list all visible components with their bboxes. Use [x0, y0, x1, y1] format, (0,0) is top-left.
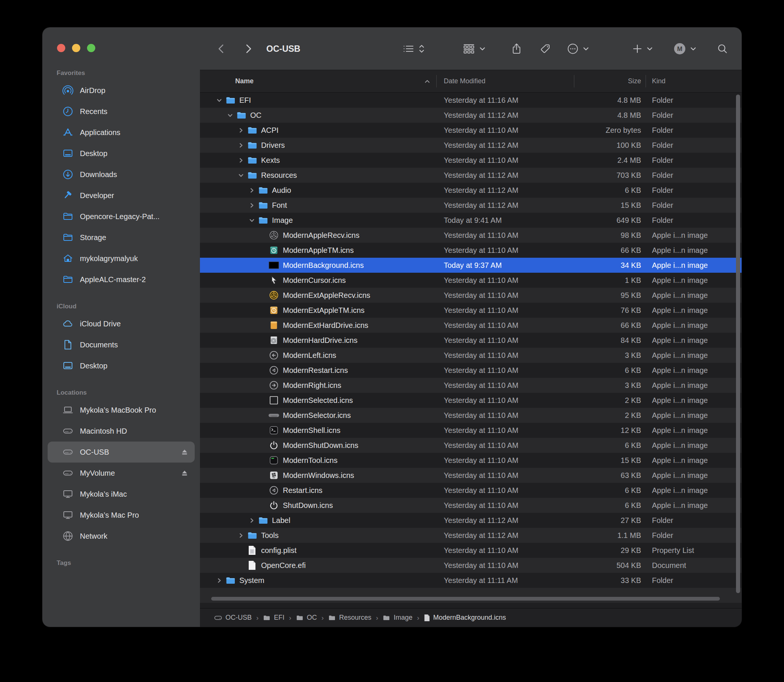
table-row[interactable]: ModernBackground.icnsToday at 9:37 AM34 … — [200, 258, 742, 273]
table-row[interactable]: ImageToday at 9:41 AM649 KBFolder — [200, 213, 742, 228]
sidebar-item-airdrop[interactable]: AirDrop — [48, 80, 195, 101]
table-row[interactable]: OpenCore.efiYesterday at 11:10 AM504 KBD… — [200, 558, 742, 573]
eject-button[interactable] — [180, 469, 189, 477]
table-row[interactable]: EFIYesterday at 11:16 AM4.8 MBFolder — [200, 92, 742, 108]
breadcrumb-label: OC-USB — [225, 614, 252, 621]
sidebar-item-mykolagrymalyuk[interactable]: mykolagrymalyuk — [48, 248, 195, 269]
sidebar-item-documents[interactable]: Documents — [48, 334, 195, 355]
table-row[interactable]: ModernCursor.icnsYesterday at 11:10 AM1 … — [200, 273, 742, 288]
zoom-button[interactable] — [87, 44, 95, 52]
disclosure-collapsed-icon[interactable] — [235, 143, 247, 148]
table-row[interactable]: ModernExtAppleRecv.icnsYesterday at 11:1… — [200, 288, 742, 303]
sidebar-item-network[interactable]: Network — [48, 526, 195, 547]
date-modified: Yesterday at 11:12 AM — [436, 111, 574, 120]
sidebar-item-mykola-s-macbook-pro[interactable]: Mykola’s MacBook Pro — [48, 400, 195, 421]
disclosure-collapsed-icon[interactable] — [214, 578, 225, 583]
eject-button[interactable] — [180, 448, 189, 456]
table-row[interactable]: ModernRight.icnsYesterday at 11:10 AM3 K… — [200, 378, 742, 393]
table-row[interactable]: ModernExtAppleTM.icnsYesterday at 11:10 … — [200, 303, 742, 318]
disclosure-expanded-icon[interactable] — [235, 172, 247, 178]
table-row[interactable]: ModernSelected.icnsYesterday at 11:10 AM… — [200, 393, 742, 408]
disclosure-expanded-icon[interactable] — [224, 113, 236, 118]
search-button[interactable] — [717, 43, 728, 54]
disclosure-collapsed-icon[interactable] — [235, 533, 247, 538]
view-mode-button[interactable] — [403, 43, 425, 54]
sidebar-item-downloads[interactable]: Downloads — [48, 164, 195, 185]
share-button[interactable] — [511, 43, 522, 55]
sidebar-item-myvolume[interactable]: MyVolume — [48, 462, 195, 484]
table-row[interactable]: ModernExtHardDrive.icnsYesterday at 11:1… — [200, 318, 742, 333]
table-row[interactable]: ModernAppleTM.icnsYesterday at 11:10 AM6… — [200, 243, 742, 258]
table-row[interactable]: ModernShell.icnsYesterday at 11:10 AM12 … — [200, 423, 742, 438]
sidebar-item-developer[interactable]: Developer — [48, 185, 195, 206]
column-header-date-modified[interactable]: Date Modified — [436, 70, 574, 92]
table-row[interactable]: ResourcesYesterday at 11:12 AM703 KBFold… — [200, 168, 742, 183]
table-row[interactable]: ModernRestart.icnsYesterday at 11:10 AM6… — [200, 363, 742, 378]
table-row[interactable]: ToolsYesterday at 11:12 AM1.1 MBFolder — [200, 528, 742, 543]
sidebar-item-applealc-master-2[interactable]: AppleALC-master-2 — [48, 269, 195, 290]
vertical-scrollbar[interactable] — [736, 94, 740, 593]
sidebar-item-mykola-s-imac[interactable]: Mykola’s iMac — [48, 484, 195, 505]
sidebar-item-desktop[interactable]: Desktop — [48, 355, 195, 376]
table-row[interactable]: ContinueModernSelector.icnsYesterday at … — [200, 408, 742, 423]
tags-button[interactable] — [540, 43, 551, 54]
table-row[interactable]: ModernShutDown.icnsYesterday at 11:10 AM… — [200, 438, 742, 453]
disclosure-collapsed-icon[interactable] — [246, 188, 257, 193]
disclosure-expanded-icon[interactable] — [214, 97, 225, 103]
sidebar-item-applications[interactable]: Applications — [48, 122, 195, 143]
sidebar-item-mykola-s-mac-pro[interactable]: Mykola’s Mac Pro — [48, 505, 195, 526]
user-button[interactable]: M — [673, 42, 696, 55]
table-row[interactable]: OCYesterday at 11:12 AM4.8 MBFolder — [200, 108, 742, 123]
table-row[interactable]: FontYesterday at 11:12 AM15 KBFolder — [200, 198, 742, 213]
table-row[interactable]: ModernLeft.icnsYesterday at 11:10 AM3 KB… — [200, 348, 742, 363]
breadcrumb-label: OC — [307, 614, 317, 621]
sidebar-item-recents[interactable]: Recents — [48, 101, 195, 122]
group-button[interactable] — [462, 43, 486, 54]
table-row[interactable]: config.plistYesterday at 11:10 AM29 KBPr… — [200, 543, 742, 558]
table-row[interactable]: ShutDown.icnsYesterday at 11:10 AM6 KBAp… — [200, 498, 742, 513]
close-button[interactable] — [57, 44, 65, 52]
new-button[interactable] — [632, 43, 653, 54]
disclosure-collapsed-icon[interactable] — [235, 158, 247, 163]
column-header-kind[interactable]: Kind — [645, 70, 742, 92]
table-row[interactable]: ModernTool.icnsYesterday at 11:10 AM15 K… — [200, 453, 742, 468]
table-row[interactable]: DriversYesterday at 11:12 AM100 KBFolder — [200, 138, 742, 153]
column-header-name[interactable]: Name — [200, 70, 436, 92]
disclosure-collapsed-icon[interactable] — [246, 518, 257, 523]
table-row[interactable]: ModernHardDrive.icnsYesterday at 11:10 A… — [200, 333, 742, 348]
disclosure-collapsed-icon[interactable] — [246, 202, 257, 208]
table-row[interactable]: AudioYesterday at 11:12 AM6 KBFolder — [200, 183, 742, 198]
sidebar-item-label: AirDrop — [80, 86, 105, 95]
table-row[interactable]: KextsYesterday at 11:10 AM2.4 MBFolder — [200, 153, 742, 168]
sidebar-item-icloud-drive[interactable]: iCloud Drive — [48, 313, 195, 334]
column-header-size[interactable]: Size — [574, 70, 645, 92]
back-button[interactable] — [217, 43, 226, 54]
sidebar-item-oc-usb[interactable]: OC-USB — [48, 441, 195, 462]
table-row[interactable]: Restart.icnsYesterday at 11:10 AM6 KBApp… — [200, 483, 742, 498]
table-row[interactable]: ACPIYesterday at 11:10 AMZero bytesFolde… — [200, 123, 742, 138]
breadcrumb-item[interactable]: OC — [296, 614, 317, 621]
table-row[interactable]: ModernAppleRecv.icnsYesterday at 11:10 A… — [200, 228, 742, 243]
disclosure-collapsed-icon[interactable] — [235, 127, 247, 133]
sidebar-item-opencore-legacy-pat[interactable]: Opencore-Legacy-Pat... — [48, 206, 195, 227]
breadcrumb-item[interactable]: ModernBackground.icns — [424, 614, 506, 621]
sidebar-item-storage[interactable]: Storage — [48, 227, 195, 248]
minimize-button[interactable] — [72, 44, 80, 52]
horizontal-scrollbar[interactable] — [211, 597, 720, 601]
disclosure-expanded-icon[interactable] — [246, 218, 257, 223]
table-row[interactable]: LabelYesterday at 11:12 AM27 KBFolder — [200, 513, 742, 528]
more-button[interactable] — [567, 43, 589, 55]
sidebar-item-macintosh-hd[interactable]: Macintosh HD — [48, 421, 195, 441]
breadcrumb-item[interactable]: Resources — [328, 614, 371, 621]
file-name: System — [239, 576, 265, 585]
breadcrumb-item[interactable]: OC-USB — [214, 614, 252, 621]
sidebar-item-desktop[interactable]: Desktop — [48, 143, 195, 164]
file-size: 6 KB — [574, 501, 645, 510]
table-row[interactable]: SystemYesterday at 11:11 AM33 KBFolder — [200, 573, 742, 588]
forward-button[interactable] — [244, 43, 253, 54]
breadcrumb-item[interactable]: Image — [382, 614, 412, 621]
file-kind: Apple i...n image — [645, 306, 742, 315]
table-row[interactable]: ModernWindows.icnsYesterday at 11:10 AM6… — [200, 468, 742, 483]
breadcrumb-item[interactable]: EFI — [263, 614, 284, 621]
file-kind: Folder — [645, 96, 742, 105]
